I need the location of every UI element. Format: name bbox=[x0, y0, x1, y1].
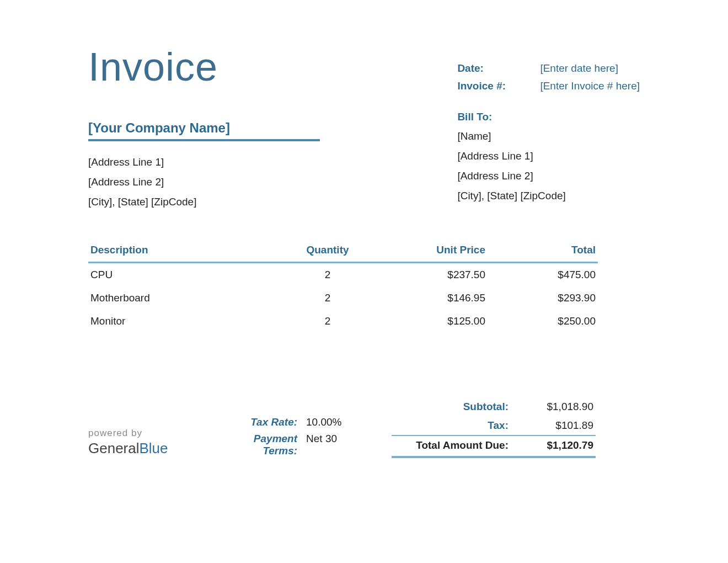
item-description: Monitor bbox=[88, 310, 289, 333]
tax-value: $101.89 bbox=[522, 419, 593, 432]
item-quantity: 2 bbox=[289, 263, 366, 287]
col-quantity: Quantity bbox=[289, 240, 366, 263]
from-company-name: [Your Company Name] bbox=[88, 120, 320, 141]
item-unit-price: $146.95 bbox=[366, 286, 488, 310]
invoice-number-value: [Enter Invoice # here] bbox=[540, 77, 640, 95]
bill-to-label: Bill To: bbox=[457, 111, 640, 123]
invoice-title: Invoice bbox=[88, 44, 320, 89]
grand-total-label: Total Amount Due: bbox=[394, 439, 522, 452]
invoice-number-label: Invoice #: bbox=[457, 77, 540, 95]
tax-rate-label: Tax Rate: bbox=[218, 416, 306, 428]
subtotal-label: Subtotal: bbox=[394, 401, 522, 413]
bill-to-name: [Name] bbox=[457, 126, 640, 146]
date-value: [Enter date here] bbox=[540, 60, 618, 77]
table-row: Motherboard2$146.95$293.90 bbox=[88, 286, 598, 310]
item-quantity: 2 bbox=[289, 286, 366, 310]
tax-label: Tax: bbox=[394, 419, 522, 432]
item-unit-price: $237.50 bbox=[366, 263, 488, 287]
item-unit-price: $125.00 bbox=[366, 310, 488, 333]
col-unit-price: Unit Price bbox=[366, 240, 488, 263]
item-total: $250.00 bbox=[488, 310, 598, 333]
brand-name-part-1: General bbox=[88, 440, 140, 456]
table-row: Monitor2$125.00$250.00 bbox=[88, 310, 598, 333]
bill-to-address-line-1: [Address Line 1] bbox=[457, 146, 640, 166]
terms-block: Tax Rate: 10.00% Payment Terms: Net 30 bbox=[218, 412, 341, 458]
branding: powered by GeneralBlue bbox=[88, 428, 168, 458]
col-description: Description bbox=[88, 240, 289, 263]
item-description: CPU bbox=[88, 263, 289, 287]
from-city-state-zip: [City], [State] [ZipCode] bbox=[88, 192, 320, 212]
payment-terms-value: Net 30 bbox=[306, 433, 337, 457]
item-quantity: 2 bbox=[289, 310, 366, 333]
col-total: Total bbox=[488, 240, 598, 263]
bill-to-city-state-zip: [City], [State] [ZipCode] bbox=[457, 186, 640, 206]
tax-rate-value: 10.00% bbox=[306, 416, 341, 428]
subtotal-value: $1,018.90 bbox=[522, 401, 593, 413]
totals-block: Subtotal: $1,018.90 Tax: $101.89 Total A… bbox=[392, 397, 596, 458]
from-address-line-2: [Address Line 2] bbox=[88, 172, 320, 192]
from-address-line-1: [Address Line 1] bbox=[88, 152, 320, 172]
line-items-table: Description Quantity Unit Price Total CP… bbox=[88, 240, 598, 333]
item-total: $475.00 bbox=[488, 263, 598, 287]
payment-terms-label: Payment Terms: bbox=[218, 433, 306, 457]
powered-by-label: powered by bbox=[88, 428, 168, 439]
brand-name-part-2: Blue bbox=[140, 440, 168, 456]
bill-to-address-line-2: [Address Line 2] bbox=[457, 166, 640, 186]
item-description: Motherboard bbox=[88, 286, 289, 310]
item-total: $293.90 bbox=[488, 286, 598, 310]
grand-total-value: $1,120.79 bbox=[522, 439, 593, 452]
date-label: Date: bbox=[457, 60, 540, 77]
table-row: CPU2$237.50$475.00 bbox=[88, 263, 598, 287]
